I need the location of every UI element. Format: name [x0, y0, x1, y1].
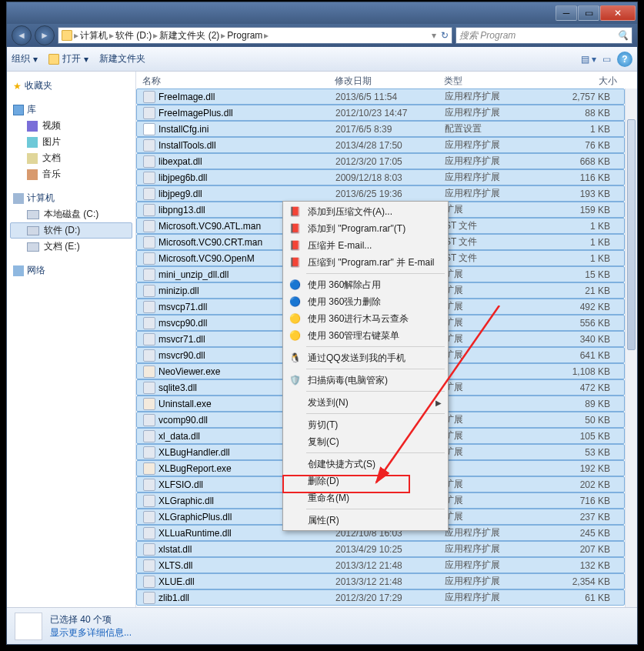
- file-icon: [143, 301, 155, 313]
- view-button[interactable]: ▤ ▾: [581, 54, 596, 65]
- col-name[interactable]: 名称: [142, 75, 335, 88]
- context-item[interactable]: 复制(C): [285, 433, 446, 450]
- search-placeholder: 搜索 Program: [459, 29, 516, 42]
- context-item[interactable]: 📕添加到压缩文件(A)...: [285, 203, 446, 220]
- context-item[interactable]: 🟡使用 360进行木马云查杀: [285, 310, 446, 327]
- file-icon: [143, 107, 155, 119]
- folder-icon: [62, 30, 72, 41]
- file-row[interactable]: libjpeg6b.dll2009/12/18 8:03应用程序扩展116 KB: [136, 169, 625, 185]
- sidebar-item-c[interactable]: 本地磁盘 (C:): [10, 206, 132, 222]
- open-button[interactable]: 打开 ▾: [48, 52, 88, 65]
- col-size[interactable]: 大小: [541, 75, 631, 88]
- newfolder-button[interactable]: 新建文件夹: [99, 52, 145, 65]
- file-icon: [143, 349, 155, 362]
- context-item[interactable]: 创建快捷方式(S): [285, 456, 446, 472]
- organize-button[interactable]: 组织 ▾: [12, 52, 38, 65]
- file-row[interactable]: FreeImagePlus.dll2012/10/23 14:47应用程序扩展8…: [136, 105, 625, 121]
- context-item[interactable]: 📕压缩到 "Program.rar" 并 E-mail: [285, 254, 446, 271]
- file-date: 2009/12/18 8:03: [335, 172, 445, 183]
- context-item[interactable]: 🔵使用 360解除占用: [285, 276, 446, 293]
- col-date[interactable]: 修改日期: [335, 75, 444, 88]
- file-date: 2012/3/20 17:05: [335, 156, 445, 167]
- file-row[interactable]: XLTS.dll2013/3/12 21:48应用程序扩展132 KB: [136, 557, 625, 573]
- maximize-button[interactable]: ▭: [578, 5, 599, 21]
- file-size: 668 KB: [542, 156, 618, 167]
- crumb-computer[interactable]: 计算机: [80, 29, 108, 42]
- file-row[interactable]: libjpeg9.dll2013/6/25 19:36应用程序扩展193 KB: [136, 185, 625, 202]
- file-row[interactable]: InstallCfg.ini2017/6/5 8:39配置设置1 KB: [136, 121, 625, 137]
- file-icon: [143, 462, 155, 475]
- file-name: FreeImage.dll: [158, 92, 215, 102]
- file-icon: [143, 317, 155, 329]
- context-label: 压缩到 "Program.rar" 并 E-mail: [308, 256, 435, 269]
- favorites-head[interactable]: ★收藏夹: [10, 78, 132, 94]
- status-link[interactable]: 显示更多详细信息...: [50, 626, 132, 639]
- file-size: 2,757 KB: [542, 92, 618, 102]
- context-label: 属性(R): [308, 514, 339, 527]
- context-icon: [288, 457, 302, 471]
- file-size: 1 KB: [542, 221, 618, 232]
- scroll-thumb[interactable]: [627, 119, 636, 350]
- file-type: 扩展: [445, 510, 542, 523]
- col-type[interactable]: 类型: [444, 75, 541, 88]
- sidebar-item-video[interactable]: 视频: [10, 118, 132, 134]
- search-icon: 🔍: [617, 30, 629, 41]
- forward-button[interactable]: ►: [35, 25, 55, 45]
- file-size: 21 KB: [542, 285, 618, 296]
- sidebar-item-music[interactable]: 音乐: [10, 166, 132, 182]
- file-row[interactable]: FreeImage.dll2013/6/5 11:54应用程序扩展2,757 K…: [136, 88, 625, 105]
- close-button[interactable]: ✕: [600, 5, 636, 21]
- context-icon: 🔵: [288, 295, 302, 309]
- sidebar-item-docs[interactable]: 文档: [10, 150, 132, 166]
- libraries-head[interactable]: 库: [10, 102, 132, 118]
- preview-button[interactable]: ▭: [602, 54, 611, 65]
- context-item[interactable]: 🟡使用 360管理右键菜单: [285, 327, 446, 344]
- file-icon: [143, 543, 155, 556]
- scrollbar[interactable]: [625, 88, 637, 607]
- file-name: xlstat.dll: [158, 544, 192, 555]
- file-row[interactable]: InstallTools.dll2013/4/28 17:50应用程序扩展76 …: [136, 137, 625, 153]
- help-icon[interactable]: ?: [617, 52, 632, 67]
- file-size: 1 KB: [542, 237, 618, 248]
- crumb-folder2[interactable]: Program: [227, 30, 262, 41]
- context-item[interactable]: 🐧通过QQ发送到我的手机: [285, 349, 446, 366]
- file-row[interactable]: zlib1.dll2012/3/20 17:29应用程序扩展61 KB: [136, 589, 625, 606]
- context-item[interactable]: 🔵使用 360强力删除: [285, 293, 446, 310]
- crumb-folder1[interactable]: 新建文件夹 (2): [159, 29, 219, 42]
- file-date: 2013/3/12 21:48: [335, 560, 445, 571]
- file-icon: [143, 285, 155, 297]
- context-item[interactable]: 属性(R): [285, 512, 446, 529]
- refresh-icon[interactable]: ↻: [441, 30, 449, 41]
- context-icon: [288, 435, 302, 449]
- file-date: 2013/3/12 21:48: [335, 576, 445, 587]
- sidebar-item-d[interactable]: 软件 (D:): [10, 222, 132, 239]
- context-label: 添加到压缩文件(A)...: [308, 205, 392, 219]
- back-button[interactable]: ◄: [12, 25, 32, 45]
- minimize-button[interactable]: ─: [556, 5, 577, 21]
- file-type: ST 文件: [445, 252, 542, 265]
- drive-icon: [27, 242, 39, 252]
- status-icon: [15, 613, 42, 640]
- search-input[interactable]: 搜索 Program 🔍: [455, 27, 632, 44]
- context-icon: 🔵: [288, 278, 302, 292]
- computer-head[interactable]: 计算机: [10, 190, 132, 206]
- file-name: Microsoft.VC90.OpenM: [158, 253, 255, 264]
- crumb-drive[interactable]: 软件 (D:): [115, 29, 152, 42]
- context-item[interactable]: 📕添加到 "Program.rar"(T): [285, 220, 446, 237]
- context-item[interactable]: 剪切(T): [285, 416, 446, 433]
- file-row[interactable]: xlstat.dll2013/4/29 10:25应用程序扩展207 KB: [136, 541, 625, 557]
- network-head[interactable]: 网络: [10, 262, 132, 279]
- breadcrumb[interactable]: ▸ 计算机▸ 软件 (D:)▸ 新建文件夹 (2)▸ Program▸ ▾ ↻: [58, 27, 452, 44]
- file-date: 2013/4/28 17:50: [335, 140, 445, 151]
- file-row[interactable]: XLUE.dll2013/3/12 21:48应用程序扩展2,354 KB: [136, 573, 625, 589]
- sidebar: ★收藏夹 库 视频 图片 文档 音乐 计算机 本地磁盘 (C:) 软件 (D:)…: [7, 72, 136, 607]
- sidebar-item-pictures[interactable]: 图片: [10, 134, 132, 150]
- context-item[interactable]: 🛡️扫描病毒(电脑管家): [285, 372, 446, 389]
- context-item[interactable]: 发送到(N)▶: [285, 394, 446, 411]
- context-item[interactable]: 📕压缩并 E-mail...: [285, 237, 446, 254]
- sidebar-item-e[interactable]: 文档 (E:): [10, 239, 132, 255]
- file-type: 扩展: [445, 381, 542, 394]
- file-row[interactable]: libexpat.dll2012/3/20 17:05应用程序扩展668 KB: [136, 153, 625, 169]
- titlebar[interactable]: ─ ▭ ✕: [7, 2, 637, 24]
- file-type: 应用程序扩展: [445, 526, 542, 539]
